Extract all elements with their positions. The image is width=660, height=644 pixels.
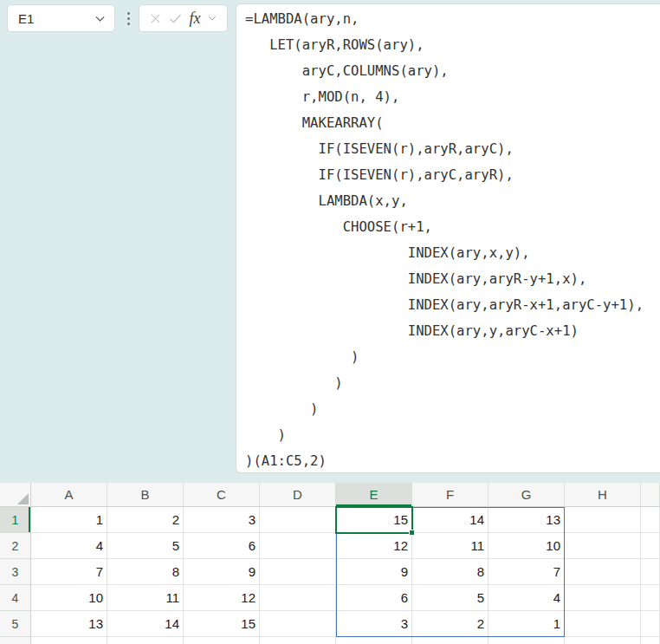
formula-bar-drag-handle-icon[interactable] [122,4,134,32]
spreadsheet-grid: ABCDEFGH11231514132456121110378998741011… [0,483,660,644]
insert-function-fx-icon[interactable]: fx [190,10,201,26]
cell-E5[interactable]: 3 [336,611,412,637]
cell-A4[interactable]: 10 [31,585,107,611]
formula-bar[interactable]: =LAMBDA(ary,n, LET(aryR,ROWS(ary), aryC,… [236,3,660,473]
cell-G1[interactable]: 13 [489,507,565,533]
column-header-A[interactable]: A [31,483,107,507]
enter-checkmark-icon[interactable] [168,11,183,26]
cell-H1[interactable] [565,507,641,533]
cell-C2[interactable]: 6 [184,533,260,559]
row-header-4[interactable]: 4 [0,585,31,611]
cell-D4[interactable] [260,585,336,611]
select-all-triangle-icon [17,493,29,504]
column-header-H[interactable]: H [565,483,641,507]
row-header-1[interactable]: 1 [0,507,31,533]
cell-A3[interactable]: 7 [31,559,107,585]
cell-C5[interactable]: 15 [184,611,260,637]
cell-partial-2[interactable] [641,533,660,559]
cell-H5[interactable] [565,611,641,637]
cell-A5[interactable]: 13 [31,611,107,637]
row-header-3[interactable]: 3 [0,559,31,585]
cell-partial-bottom-7[interactable] [565,637,641,644]
cell-B5[interactable]: 14 [107,611,184,637]
cell-E3[interactable]: 9 [336,559,412,585]
row-header-partial[interactable] [0,637,31,644]
name-box-value[interactable]: E1 [8,11,94,26]
cell-partial-bottom-3[interactable] [260,637,336,644]
column-header-G[interactable]: G [489,483,565,507]
cell-B1[interactable]: 2 [107,507,184,533]
column-header-F[interactable]: F [412,483,489,507]
cell-C4[interactable]: 12 [184,585,260,611]
cell-E4[interactable]: 6 [336,585,412,611]
cell-G3[interactable]: 7 [489,559,565,585]
cell-G2[interactable]: 10 [489,533,565,559]
cell-B2[interactable]: 5 [107,533,184,559]
row-header-5[interactable]: 5 [0,611,31,637]
cell-F2[interactable]: 11 [412,533,489,559]
cell-G4[interactable]: 4 [489,585,565,611]
cell-G5[interactable]: 1 [489,611,565,637]
cell-E1[interactable]: 15 [336,507,412,533]
name-box-chevron-down-icon[interactable] [94,12,107,25]
cell-partial-5[interactable] [641,611,660,637]
cell-F5[interactable]: 2 [412,611,489,637]
cell-partial-bottom-5[interactable] [412,637,489,644]
cell-partial-4[interactable] [641,585,660,611]
fx-chevron-down-icon[interactable] [207,13,217,23]
cell-D1[interactable] [260,507,336,533]
cell-F3[interactable]: 8 [412,559,489,585]
cell-A2[interactable]: 4 [31,533,107,559]
cell-partial-3[interactable] [641,559,660,585]
cell-H4[interactable] [565,585,641,611]
formula-toolbar: fx [139,4,228,32]
column-header-E[interactable]: E [336,483,412,507]
cell-partial-bottom-6[interactable] [489,637,565,644]
cell-C1[interactable]: 3 [184,507,260,533]
cell-partial-bottom-0[interactable] [31,637,107,644]
cell-E2[interactable]: 12 [336,533,412,559]
cell-F4[interactable]: 5 [412,585,489,611]
name-box[interactable]: E1 [7,4,115,32]
cell-D5[interactable] [260,611,336,637]
row-header-2[interactable]: 2 [0,533,31,559]
cell-B3[interactable]: 8 [107,559,184,585]
column-header-partial[interactable] [641,483,660,507]
cell-C3[interactable]: 9 [184,559,260,585]
cell-partial-1[interactable] [641,507,660,533]
cell-H2[interactable] [565,533,641,559]
cell-partial-bottom-2[interactable] [184,637,260,644]
formula-text[interactable]: =LAMBDA(ary,n, LET(aryR,ROWS(ary), aryC,… [245,6,660,473]
cell-F1[interactable]: 14 [412,507,489,533]
column-header-C[interactable]: C [184,483,260,507]
cell-H3[interactable] [565,559,641,585]
cell-D3[interactable] [260,559,336,585]
cell-partial-bottom-4[interactable] [336,637,412,644]
cancel-icon[interactable] [149,12,162,25]
cell-partial-bottom-8[interactable] [641,637,660,644]
cell-A1[interactable]: 1 [31,507,107,533]
column-header-D[interactable]: D [260,483,336,507]
column-header-B[interactable]: B [107,483,184,507]
fill-handle[interactable] [409,530,415,536]
select-all-corner[interactable] [0,483,31,507]
cell-B4[interactable]: 11 [107,585,184,611]
cell-D2[interactable] [260,533,336,559]
cell-partial-bottom-1[interactable] [107,637,184,644]
